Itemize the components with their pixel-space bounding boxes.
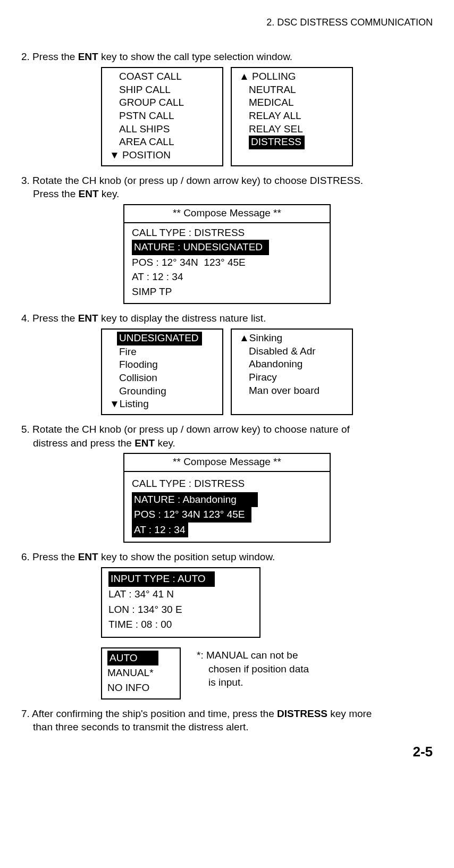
nature-undesignated: UNDESIGNATED xyxy=(110,332,215,345)
call-type-item: PSTN CALL xyxy=(110,109,215,123)
down-arrow-icon: ▼ xyxy=(110,398,120,409)
call-type-position-label: POSITION xyxy=(122,149,171,161)
call-type-item-distress: DISTRESS xyxy=(239,136,344,149)
step7-l1a: 7. After confirming the ship's position … xyxy=(21,708,277,719)
call-type-item: GROUP CALL xyxy=(110,96,215,109)
call-type-item: AREA CALL xyxy=(110,136,215,149)
call-type-polling-label: POLLING xyxy=(252,71,296,82)
step3-key: ENT xyxy=(79,188,99,199)
step4-prefix: 4. Press the xyxy=(21,313,78,324)
nature-item: Disabled & Adr xyxy=(239,345,344,358)
nature-sinking-label: Sinking xyxy=(249,332,282,343)
step3-line1: 3. Rotate the CH knob (or press up / dow… xyxy=(21,175,363,186)
step-6: 6. Press the ENT key to show the positio… xyxy=(21,550,433,564)
compose1-calltype: CALL TYPE : DISTRESS xyxy=(132,225,322,240)
up-arrow-icon: ▲ xyxy=(239,71,252,82)
nature-left-panel: UNDESIGNATED Fire Flooding Collision Gro… xyxy=(101,328,223,415)
page-number: 2-5 xyxy=(21,743,433,761)
compose1-simp: SIMP TP xyxy=(132,284,322,299)
step2-key: ENT xyxy=(78,51,98,62)
compose2-nature-highlight: NATURE : Abandoning xyxy=(132,492,258,508)
step4-suffix: key to display the distress nature list. xyxy=(98,313,266,324)
step6-suffix: key to show the position setup window. xyxy=(98,551,275,562)
call-type-left-panel: COAST CALL SHIP CALL GROUP CALL PSTN CAL… xyxy=(101,67,223,166)
note-line3: is input. xyxy=(197,676,309,689)
compose1-at: AT : 12 : 34 xyxy=(132,269,322,284)
nature-listing-label: Listing xyxy=(120,398,149,409)
call-type-item: SHIP CALL xyxy=(110,83,215,97)
step4-key: ENT xyxy=(78,313,98,324)
step2-prefix: 2. Press the xyxy=(21,51,78,62)
nature-item: Piracy xyxy=(239,371,344,384)
call-type-right-panel: ▲ POLLING NEUTRAL MEDICAL RELAY ALL RELA… xyxy=(231,67,353,166)
step6-prefix: 6. Press the xyxy=(21,551,78,562)
step7-l2: than three seconds to transmit the distr… xyxy=(33,720,433,734)
compose-message-1: ** Compose Message ** CALL TYPE : DISTRE… xyxy=(123,204,331,304)
step5-line2-prefix: distress and press the xyxy=(33,437,134,449)
step3-line2-prefix: Press the xyxy=(33,188,79,199)
nature-blank xyxy=(239,397,344,410)
compose-message-2: ** Compose Message ** CALL TYPE : DISTRE… xyxy=(123,453,331,543)
input-type-auto-highlight: INPUT TYPE : AUTO xyxy=(108,571,215,587)
call-type-item: COAST CALL xyxy=(110,70,215,83)
call-type-item-polling: ▲ POLLING xyxy=(239,70,344,83)
step-5: 5. Rotate the CH knob (or press up / dow… xyxy=(21,423,433,450)
input-type-row: AUTO MANUAL* NO INFO *: MANUAL can not b… xyxy=(101,647,433,700)
pos-time: TIME : 08 : 00 xyxy=(108,617,253,633)
input-type-options-panel: AUTO MANUAL* NO INFO xyxy=(101,647,181,700)
call-type-item: MEDICAL xyxy=(239,96,344,109)
nature-list-figure: UNDESIGNATED Fire Flooding Collision Gro… xyxy=(21,328,433,415)
note-line1: *: MANUAL can not be xyxy=(197,650,298,661)
pos-lon: LON : 134° 30 E xyxy=(108,602,253,618)
nature-item: Man over board xyxy=(239,384,344,398)
call-type-item: RELAY SEL xyxy=(239,123,344,136)
step-3: 3. Rotate the CH knob (or press up / dow… xyxy=(21,174,433,201)
up-arrow-icon: ▲ xyxy=(239,332,249,343)
down-arrow-icon: ▼ xyxy=(110,149,122,161)
position-setup-panel: INPUT TYPE : AUTO LAT : 34° 41 N LON : 1… xyxy=(101,567,260,638)
step2-suffix: key to show the call type selection wind… xyxy=(98,51,292,62)
step5-key: ENT xyxy=(134,437,155,449)
step7-l1b: key more xyxy=(327,708,372,719)
step3-line2-suffix: key. xyxy=(99,188,120,199)
call-type-item-position: ▼ POSITION xyxy=(110,149,215,162)
step5-line1: 5. Rotate the CH knob (or press up / dow… xyxy=(21,424,350,435)
nature-item: Grounding xyxy=(110,385,215,398)
note-line2: chosen if position data xyxy=(197,662,309,676)
call-type-item: NEUTRAL xyxy=(239,83,344,97)
nature-listing: ▼Listing xyxy=(110,398,215,411)
nature-sinking: ▲Sinking xyxy=(239,332,344,345)
step-4: 4. Press the ENT key to display the dist… xyxy=(21,311,433,325)
manual-note: *: MANUAL can not be chosen if position … xyxy=(197,647,309,689)
noinfo-option: NO INFO xyxy=(107,680,174,695)
compose2-pos-highlight: POS : 12° 34N 123° 45E xyxy=(132,507,251,523)
chapter-header: 2. DSC DISTRESS COMMUNICATION xyxy=(21,16,433,29)
pos-lat: LAT : 34° 41 N xyxy=(108,587,253,602)
call-type-item: RELAY ALL xyxy=(239,109,344,123)
step6-key: ENT xyxy=(78,551,98,562)
manual-option: MANUAL* xyxy=(107,665,174,680)
step-2: 2. Press the ENT key to show the call ty… xyxy=(21,50,433,64)
step7-key: DISTRESS xyxy=(277,708,327,719)
compose1-pos: POS : 12° 34N 123° 45E xyxy=(132,255,322,270)
nature-item: Abandoning xyxy=(239,358,344,371)
auto-option-highlight: AUTO xyxy=(107,651,158,666)
distress-highlight: DISTRESS xyxy=(249,136,305,149)
call-type-item: ALL SHIPS xyxy=(110,123,215,136)
step5-line2-suffix: key. xyxy=(155,437,175,449)
compose1-title: ** Compose Message ** xyxy=(124,205,330,223)
nature-item: Collision xyxy=(110,372,215,385)
compose2-title: ** Compose Message ** xyxy=(124,454,330,472)
call-type-figure: COAST CALL SHIP CALL GROUP CALL PSTN CAL… xyxy=(21,67,433,166)
compose2-at-highlight: AT : 12 : 34 xyxy=(132,523,188,538)
nature-right-panel: ▲Sinking Disabled & Adr Abandoning Pirac… xyxy=(231,328,353,415)
step-7: 7. After confirming the ship's position … xyxy=(21,707,433,734)
nature-item: Flooding xyxy=(110,358,215,372)
compose2-calltype: CALL TYPE : DISTRESS xyxy=(132,476,322,491)
undesignated-highlight: UNDESIGNATED xyxy=(117,332,202,345)
compose1-nature-highlight: NATURE : UNDESIGNATED xyxy=(132,240,269,255)
nature-item: Fire xyxy=(110,345,215,359)
